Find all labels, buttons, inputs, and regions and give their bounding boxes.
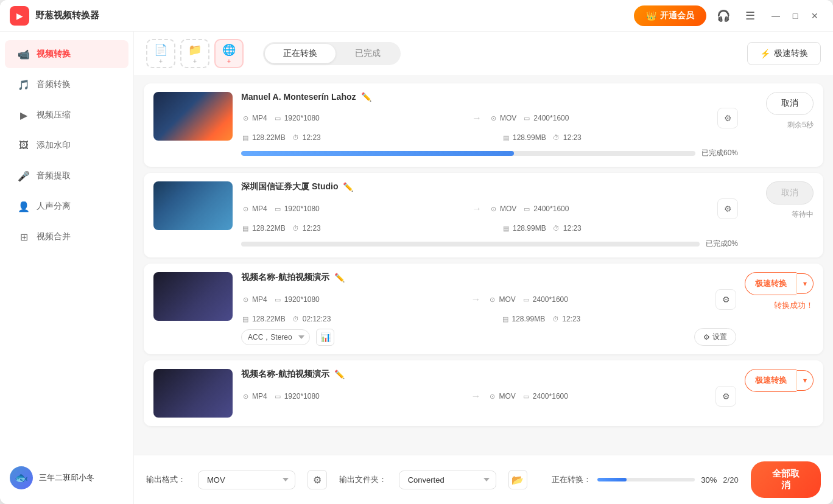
- minimize-button[interactable]: —: [767, 7, 784, 24]
- cancel-button[interactable]: 取消: [766, 181, 814, 205]
- video-meta-row: ⊙MP4 ▭1920*1080 → ⊙MOV: [241, 386, 736, 407]
- speed-convert-button[interactable]: ⚡ 极速转换: [747, 42, 821, 65]
- tab-done[interactable]: 已完成: [337, 44, 399, 63]
- edit-icon[interactable]: ✏️: [334, 273, 345, 282]
- sidebar-item-add-watermark[interactable]: 🖼 添加水印: [5, 131, 128, 159]
- output-settings-button[interactable]: ⚙: [308, 470, 327, 489]
- settings-button[interactable]: ⚙: [715, 289, 736, 310]
- speed-convert-dropdown-button[interactable]: ▾: [796, 273, 814, 294]
- browse-folder-button[interactable]: 📂: [508, 470, 528, 489]
- speed-convert-main-button[interactable]: 极速转换: [745, 369, 796, 392]
- progress-bar-wrap: [241, 151, 695, 156]
- src-format: ⊙MP4: [241, 114, 267, 122]
- sidebar-item-video-compress[interactable]: ▶ 视频压缩: [5, 101, 128, 129]
- progress-bar-fill: [241, 151, 514, 156]
- close-button[interactable]: ✕: [806, 7, 823, 24]
- video-info: Manuel A. Monteserín Lahoz ✏️ ⊙MP4 ▭1920…: [241, 92, 738, 158]
- size-icon: ▤: [241, 133, 250, 142]
- dst-format: ⊙MOV: [489, 205, 516, 213]
- duration-icon: ⏱: [292, 224, 300, 233]
- video-list: Manuel A. Monteserín Lahoz ✏️ ⊙MP4 ▭1920…: [134, 76, 833, 455]
- duration-icon: ⏱: [551, 315, 560, 323]
- settings-button[interactable]: ⚙: [717, 198, 738, 219]
- sidebar-item-voice-separate[interactable]: 👤 人声分离: [5, 192, 128, 220]
- duration-icon: ⏱: [292, 133, 300, 142]
- equalizer-button[interactable]: 📊: [316, 329, 334, 346]
- add-folder-button[interactable]: 📁 +: [180, 39, 209, 68]
- dst-duration: ⏱12:23: [551, 315, 580, 323]
- format-select[interactable]: MOV MP4 AVI: [198, 471, 295, 489]
- speed-convert-dropdown-button[interactable]: ▾: [796, 370, 814, 391]
- source-meta-2: ▤128.22MB ⏱12:23: [241, 133, 477, 142]
- add-url-button[interactable]: 🌐 +: [214, 39, 244, 68]
- waiting-label: 等待中: [792, 209, 814, 220]
- video-name-row: Manuel A. Monteserín Lahoz ✏️: [241, 92, 738, 102]
- voice-separate-icon: 👤: [17, 200, 30, 213]
- edit-icon[interactable]: ✏️: [343, 182, 353, 192]
- title-bar-right: 👑 开通会员 🎧 ☰ — □ ✕: [634, 5, 823, 26]
- support-button[interactable]: 🎧: [714, 6, 733, 26]
- sidebar-item-audio-extract[interactable]: 🎤 音频提取: [5, 162, 128, 190]
- dst-resolution: ▭2400*1600: [522, 114, 569, 122]
- edit-icon[interactable]: ✏️: [334, 369, 345, 379]
- sidebar-item-audio-convert[interactable]: 🎵 音频转换: [5, 71, 128, 99]
- cancel-button[interactable]: 取消: [766, 92, 814, 115]
- video-meta-row: ⊙MP4 ▭1920*1080 → ⊙MOV: [241, 108, 738, 128]
- sidebar-item-video-merge[interactable]: ⊞ 视频合并: [5, 223, 128, 251]
- video-info: 视频名称-航拍视频演示 ✏️ ⊙MP4 ▭1920*1080: [241, 369, 736, 410]
- settings-button[interactable]: ⚙: [717, 108, 738, 128]
- speed-convert-action: 极速转换 ▾: [745, 369, 814, 392]
- sidebar-item-label: 音频转换: [37, 79, 71, 90]
- menu-button[interactable]: ☰: [740, 6, 760, 26]
- add-file-button[interactable]: 📄 +: [146, 39, 175, 68]
- status-label: 正在转换：: [552, 474, 591, 485]
- cancel-all-button[interactable]: 全部取消: [751, 461, 821, 498]
- format-label: 输出格式：: [146, 474, 186, 485]
- src-size: ▤128.22MB: [241, 133, 286, 142]
- resolution-icon: ▭: [522, 392, 530, 401]
- dest-meta: ⊙MOV ▭2400*1600: [488, 392, 711, 401]
- card-actions: 极速转换 ▾: [745, 369, 814, 392]
- video-name-row: 深圳国信证券大厦 Studio ✏️: [241, 181, 738, 192]
- size-icon: ▤: [502, 133, 510, 142]
- src-format: ⊙MP4: [241, 295, 267, 304]
- card-actions: 取消 等待中: [747, 181, 814, 220]
- user-info: 🐟 三年二班邱小冬: [0, 459, 133, 497]
- src-resolution: ▭1920*1080: [273, 295, 320, 304]
- crown-icon: 👑: [646, 11, 656, 21]
- app-brand: ▶ 野葱视频转换器: [10, 6, 99, 26]
- convert-success-label: 转换成功！: [774, 300, 814, 311]
- settings-gear-icon: ⚙: [703, 333, 710, 341]
- top-toolbar: 📄 + 📁 + 🌐 + 正在转换 已完成: [134, 32, 833, 76]
- src-format: ⊙MP4: [241, 392, 267, 401]
- sidebar-item-video-convert[interactable]: 📹 视频转换: [5, 40, 128, 68]
- resolution-icon: ▭: [522, 205, 531, 213]
- audio-codec-select[interactable]: ACC，Stereo: [241, 329, 310, 345]
- app-logo: ▶: [10, 6, 29, 26]
- maximize-button[interactable]: □: [787, 7, 804, 24]
- video-thumbnail: [153, 272, 233, 321]
- settings-button[interactable]: ⚙: [715, 386, 736, 407]
- src-duration: ⏱12:23: [292, 133, 321, 142]
- eq-icon: 📊: [320, 332, 331, 342]
- user-name: 三年二班邱小冬: [39, 472, 94, 483]
- edit-icon[interactable]: ✏️: [361, 92, 371, 102]
- remaining-label: 剩余5秒: [787, 120, 814, 130]
- tab-converting[interactable]: 正在转换: [265, 44, 336, 63]
- progress-count: 2/20: [723, 475, 738, 485]
- app-title: 野葱视频转换器: [35, 10, 99, 21]
- speed-convert-main-button[interactable]: 极速转换: [745, 272, 796, 295]
- src-duration: ⏱12:23: [292, 224, 321, 233]
- card-actions: 极速转换 ▾ 转换成功！: [745, 272, 814, 311]
- folder-select[interactable]: Converted: [399, 471, 496, 489]
- video-settings-button[interactable]: ⚙ 设置: [694, 328, 736, 346]
- dst-size: ▤128.99MB: [501, 315, 546, 323]
- format-icon: ⊙: [489, 114, 497, 122]
- audio-extract-icon: 🎤: [17, 169, 30, 183]
- arrow-icon: →: [464, 294, 488, 305]
- audio-row: ACC，Stereo 📊 ⚙ 设置: [241, 328, 736, 346]
- format-icon: ⊙: [241, 295, 250, 304]
- video-name-row: 视频名称-航拍视频演示 ✏️: [241, 272, 736, 283]
- duration-icon: ⏱: [292, 315, 300, 323]
- vip-button[interactable]: 👑 开通会员: [634, 5, 706, 26]
